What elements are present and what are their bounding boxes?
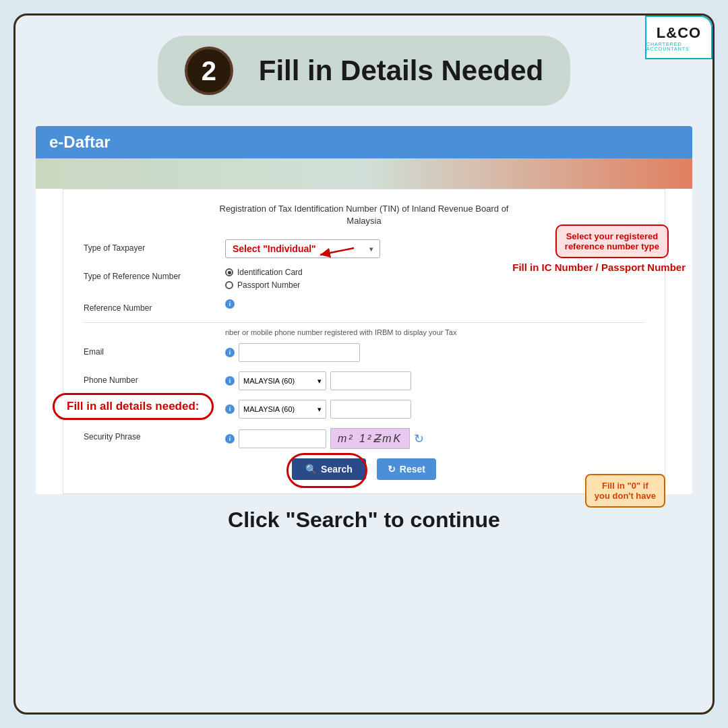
security-info-icon[interactable]: i: [225, 434, 235, 444]
arrow-svg: [307, 241, 361, 262]
mobile-country-value: MALAYSIA (60): [243, 405, 295, 413]
reset-icon: ↻: [388, 464, 396, 475]
email-info-icon[interactable]: i: [225, 348, 235, 357]
phone-info-icon[interactable]: i: [225, 376, 235, 386]
radio-ic[interactable]: Identification Card: [225, 268, 303, 277]
step-title-box: 2 Fill in Details Needed: [158, 36, 570, 106]
email-label: Email: [84, 343, 218, 357]
phone-label: Phone Number: [84, 371, 218, 385]
mobile-country-select[interactable]: MALAYSIA (60) ▾: [239, 400, 326, 419]
reset-button[interactable]: ↻ Reset: [377, 458, 436, 480]
annotation-ref-type: Select your registeredreference number t…: [555, 224, 669, 258]
step-badge: 2: [185, 47, 233, 95]
security-row: Security Phrase i m² 1²Z̶mK ↻: [84, 428, 644, 449]
radio-ic-circle[interactable]: [225, 268, 233, 276]
bottom-text: Click "Search" to continue: [29, 508, 699, 533]
reftype-label: Type of Reference Number: [84, 268, 218, 281]
email-field-group: i: [225, 343, 644, 362]
refnum-info-icon[interactable]: i: [225, 299, 235, 309]
mobile-field-group: i MALAYSIA (60) ▾: [225, 400, 644, 419]
radio-passport-circle[interactable]: [225, 281, 233, 289]
phone-country-value: MALAYSIA (60): [243, 377, 295, 385]
fill-zero-annotation: Fill in "0" ifyou don't have: [585, 474, 665, 508]
reftype-radio-group: Identification Card Passport Number: [225, 268, 303, 290]
radio-passport[interactable]: Passport Number: [225, 280, 303, 290]
email-input[interactable]: [239, 343, 360, 362]
mobile-info-icon[interactable]: i: [225, 404, 235, 414]
form-title: Registration of Tax Identification Numbe…: [84, 203, 644, 227]
logo-subtitle: CHARTERED ACCOUNTANTS: [646, 42, 711, 51]
phone-field-group: i MALAYSIA (60) ▾: [225, 371, 644, 390]
security-field-group: i m² 1²Z̶mK ↻: [225, 428, 644, 449]
outer-frame: L&CO CHARTERED ACCOUNTANTS 2 Fill in Det…: [13, 13, 715, 715]
captcha-refresh-icon[interactable]: ↻: [414, 431, 424, 446]
fill-all-annotation: Fill in all details needed:: [53, 393, 214, 420]
phone-row: Phone Number i MALAYSIA (60) ▾: [84, 371, 644, 390]
step-title: Fill in Details Needed: [259, 55, 543, 87]
email-row: Email i: [84, 343, 644, 362]
refnum-row: Reference Number i: [84, 299, 644, 313]
step-header: 2 Fill in Details Needed: [29, 36, 699, 106]
mobile-country-arrow-icon: ▾: [317, 405, 322, 414]
security-input[interactable]: [239, 429, 326, 448]
phone-country-arrow-icon: ▾: [317, 377, 322, 386]
edaftar-header: e-Daftar: [36, 126, 692, 158]
search-icon: 🔍: [305, 464, 317, 475]
logo-box: L&CO CHARTERED ACCOUNTANTS: [645, 16, 712, 59]
mobile-input[interactable]: [330, 400, 411, 419]
overflow-text: nber or mobile phone number registered w…: [84, 328, 644, 336]
radio-ic-label: Identification Card: [237, 268, 303, 277]
taxpayer-value: Select "Individual": [233, 243, 316, 254]
logo-text: L&CO: [657, 24, 701, 42]
svg-line-0: [320, 248, 354, 255]
button-row: 🔍 Search ↻ Reset: [84, 458, 644, 480]
captcha-image: m² 1²Z̶mK: [330, 428, 410, 449]
search-button[interactable]: 🔍 Search: [292, 458, 366, 480]
taxpayer-label: Type of Taxpayer: [84, 239, 218, 253]
phone-country-select[interactable]: MALAYSIA (60) ▾: [239, 371, 326, 390]
annotation-ic: Fill in IC Number / Passport Number: [512, 262, 686, 273]
security-label: Security Phrase: [84, 428, 218, 442]
refnum-field: i: [225, 299, 644, 309]
edaftar-container: e-Daftar Registration of Tax Identificat…: [36, 126, 692, 494]
refnum-label: Reference Number: [84, 299, 218, 313]
edaftar-banner: [36, 158, 692, 189]
phone-input[interactable]: [330, 371, 411, 390]
dropdown-arrow-icon: ▾: [369, 245, 373, 253]
radio-passport-label: Passport Number: [237, 280, 300, 290]
